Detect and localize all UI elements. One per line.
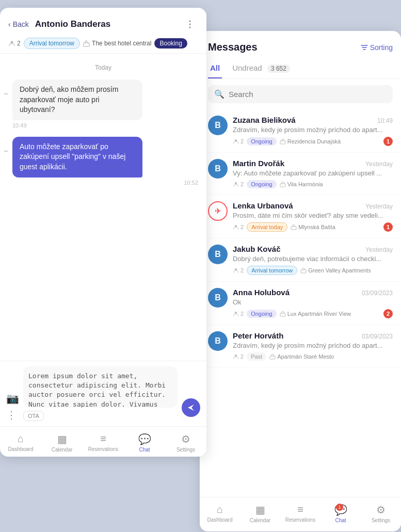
nav-reservations[interactable]: ≡ Reservations (83, 431, 124, 455)
right-gear-icon: ⚙ (376, 504, 386, 516)
svg-point-9 (235, 225, 237, 227)
conversation-item-conv6[interactable]: B Peter Horváth 03/09/2023 Zdravím, kedy… (200, 325, 401, 367)
right-calendar-icon: ▦ (255, 504, 265, 516)
right-nav-calendar-label: Calendar (250, 518, 271, 523)
back-button[interactable]: ‹ Back (8, 20, 29, 28)
conversation-item-conv3[interactable]: ✈ Lenka Urbanová Yesterday Prosím, dáte … (200, 195, 401, 238)
message-bubble-1: Dobrý deň, ako môžem prosím zaparkovať m… (12, 79, 142, 120)
conversations-list: B Zuzana Bieliková 10:49 Zdravím, kedy j… (200, 109, 401, 497)
right-nav-chat[interactable]: 💬 1 Chat (320, 502, 361, 525)
conv-content-conv6: Peter Horváth 03/09/2023 Zdravím, kedy j… (233, 331, 393, 361)
conv-status-conv4: Arrival tomorrow (247, 266, 297, 275)
arrival-tag: Arrival tomorrow (24, 38, 80, 49)
back-label: Back (13, 20, 29, 28)
conv-meta-conv2: 2 Ongoing Vila Harmónia (233, 180, 393, 188)
conv-property-conv1: Rezidencia Dunajská (280, 138, 341, 144)
conv-name-conv4: Jakub Kováč (233, 245, 281, 253)
conv-time-conv1: 10:49 (377, 117, 393, 124)
chat-header: ‹ Back Antonio Banderas 2 Arrival tomorr… (0, 8, 206, 54)
conv-status-conv1: Ongoing (247, 137, 277, 146)
conv-time-conv6: 03/09/2023 (362, 333, 393, 340)
nav-settings[interactable]: ⚙ Settings (165, 431, 206, 455)
conversation-item-conv4[interactable]: B Jakub Kováč Yesterday Dobrý deň, potre… (200, 238, 401, 282)
chat-options-icon[interactable] (182, 16, 198, 33)
camera-icon[interactable]: 📷 (6, 392, 19, 405)
unread-badge-conv5: 2 (383, 309, 393, 318)
message-time-2: 10:52 (12, 180, 198, 186)
unread-badge-conv3: 1 (383, 222, 393, 232)
nav-calendar[interactable]: ▦ Calendar (41, 431, 83, 455)
conversation-item-conv1[interactable]: B Zuzana Bieliková 10:49 Zdravím, kedy j… (200, 109, 401, 153)
house-icon: ⌂ (18, 433, 24, 445)
tab-unread[interactable]: Undread 3 652 (230, 59, 292, 78)
conv-status-conv6: Past (247, 352, 266, 361)
guest-count: 2 (8, 40, 21, 47)
conv-meta-conv5: 2 Ongoing Lux Apartmán River View 2 (233, 309, 393, 318)
conv-guests-conv3: 2 (233, 224, 244, 230)
messages-header: Messages Sorting (200, 31, 401, 59)
conv-preview-conv6: Zdravím, kedy je prosím možný príchod do… (233, 342, 393, 349)
conv-property-conv2: Vila Harmónia (280, 181, 323, 187)
send-button[interactable] (182, 398, 200, 417)
right-nav-reservations-label: Reservations (285, 517, 315, 523)
right-list-icon: ≡ (297, 504, 303, 515)
right-nav-settings-label: Settings (372, 518, 390, 523)
avatar-conv4: B (208, 245, 228, 264)
conv-preview-conv5: Ok (233, 298, 393, 306)
conv-status-conv5: Ongoing (247, 310, 277, 318)
nav-chat[interactable]: 💬 Chat (124, 431, 165, 455)
right-nav-calendar[interactable]: ▦ Calendar (240, 502, 280, 525)
conv-status-conv2: Ongoing (247, 180, 277, 188)
conv-content-conv1: Zuzana Bieliková 10:49 Zdravím, kedy je … (233, 116, 393, 146)
messages-title: Messages (208, 41, 258, 53)
conv-preview-conv2: Vy: Auto môžete zaparkovať po zakúpení u… (233, 169, 393, 177)
search-icon: 🔍 (214, 89, 224, 99)
nav-settings-label: Settings (177, 447, 195, 453)
conv-guests-conv4: 2 (233, 267, 244, 273)
conv-property-conv5: Lux Apartmán River View (280, 311, 351, 317)
svg-point-11 (235, 268, 237, 270)
list-icon: ≡ (100, 433, 106, 445)
right-house-icon: ⌂ (217, 504, 223, 515)
sorting-label: Sorting (370, 43, 393, 52)
conv-property-conv4: Green Valley Apartments (300, 267, 371, 273)
conv-guests-conv5: 2 (233, 311, 244, 317)
conv-name-conv1: Zuzana Bieliková (233, 116, 296, 124)
unread-badge-conv1: 1 (383, 137, 393, 146)
chevron-left-icon: ‹ (8, 20, 11, 28)
right-bottom-navigation: ⌂ Dashboard ▦ Calendar ≡ Reservations 💬 … (200, 497, 401, 531)
conv-time-conv2: Yesterday (365, 160, 393, 168)
sorting-button[interactable]: Sorting (361, 43, 393, 52)
right-nav-settings[interactable]: ⚙ Settings (361, 502, 401, 525)
svg-point-1 (189, 24, 191, 25)
nav-dashboard[interactable]: ⌂ Dashboard (0, 431, 41, 455)
message-incoming-1: ̫ Dobrý deň, ako môžem prosím zaparkovať… (8, 79, 198, 128)
nav-dashboard-label: Dashboard (8, 446, 34, 452)
ota-badge[interactable]: OTA (23, 411, 44, 421)
more-options-icon[interactable]: ⋮ (6, 409, 19, 421)
conv-preview-conv1: Zdravím, kedy je prosím možný príchod do… (233, 126, 393, 134)
search-input[interactable] (229, 90, 387, 99)
svg-rect-12 (301, 270, 306, 273)
date-divider: Today (8, 64, 198, 71)
conv-name-conv6: Peter Horváth (233, 331, 283, 340)
conv-name-conv3: Lenka Urbanová (233, 201, 293, 210)
tab-all[interactable]: All (208, 59, 222, 78)
conv-meta-conv3: 2 Arrival today Mlynská Bašta 1 (233, 222, 393, 232)
svg-rect-6 (280, 141, 285, 144)
right-nav-dashboard[interactable]: ⌂ Dashboard (200, 502, 240, 525)
conv-guests-conv2: 2 (233, 181, 244, 187)
search-bar: 🔍 (208, 85, 393, 103)
conv-time-conv3: Yesterday (365, 203, 393, 210)
svg-rect-8 (280, 184, 285, 187)
message-input[interactable]: Lorem ipsum dolor sit amet, consectetur … (23, 366, 178, 408)
conversation-item-conv2[interactable]: B Martin Dvořák Yesterday Vy: Auto môžet… (200, 153, 401, 195)
conv-content-conv2: Martin Dvořák Yesterday Vy: Auto môžete … (233, 159, 393, 188)
right-nav-dashboard-label: Dashboard (207, 517, 233, 523)
svg-rect-14 (280, 313, 285, 316)
right-nav-reservations[interactable]: ≡ Reservations (280, 502, 320, 525)
conversation-item-conv5[interactable]: B Anna Holubová 03/09/2023 Ok 2 Ongoing … (200, 282, 401, 325)
svg-rect-10 (291, 227, 296, 230)
conv-property-conv3: Mlynská Bašta (291, 224, 335, 230)
chat-input-area: 📷 ⋮ Lorem ipsum dolor sit amet, consecte… (0, 361, 206, 426)
